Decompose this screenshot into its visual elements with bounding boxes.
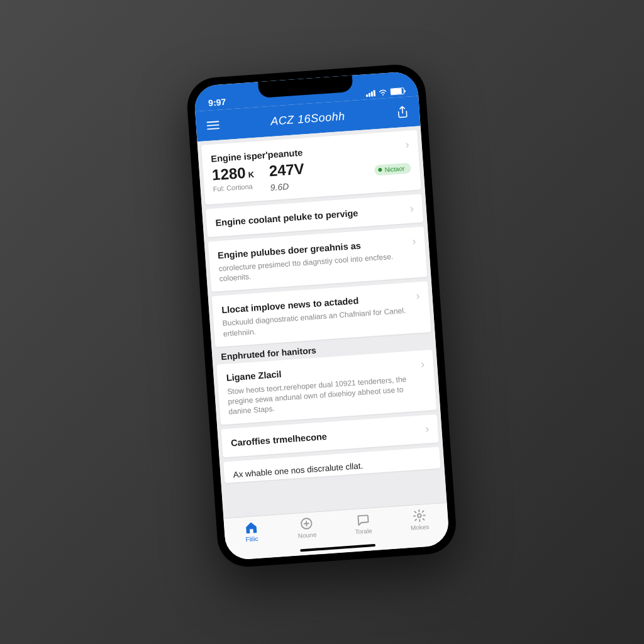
stat-1-label: Ful: Cortiona [213,182,255,193]
llocat-row[interactable]: Llocat implove news to actaded › Buckuul… [212,282,431,347]
menu-button[interactable] [206,119,220,131]
chevron-right-icon: › [416,289,420,303]
stat-2-value: 247V [269,160,305,180]
tab-label: Flilic [245,535,258,543]
row-title: Engine coolant peluke to pervige [215,208,358,228]
phone-frame: 9:97 ACZ 16Soohh Engine isper'peanute › [186,63,458,569]
stat-1-unit: K [248,170,254,180]
chevron-right-icon: › [412,235,416,248]
chevron-right-icon: › [420,358,425,371]
tab-label: Noune [297,531,316,539]
pulubes-row[interactable]: Engine pulubes doer greahnis as › corole… [208,226,428,292]
svg-point-0 [382,94,384,95]
tab-home[interactable]: Flilic [243,520,259,543]
row-title: Ax whable one nos discralute cllat. [233,461,364,479]
battery-icon [390,87,404,96]
stat-2-script: 9.6D [270,180,306,192]
chevron-right-icon: › [425,423,430,436]
svg-point-2 [417,514,421,518]
stat-2: 247V 9.6D [269,160,306,192]
screen: 9:97 ACZ 16Soohh Engine isper'peanute › [193,71,450,561]
cellular-icon [365,90,375,97]
tab-label: Mokes [411,523,430,531]
app-title: ACZ 16Soohh [270,109,346,128]
tab-label: Torale [355,527,372,535]
tab-noune[interactable]: Noune [297,516,317,540]
stat-1: 1280K Ful: Cortiona [211,164,255,193]
chat-icon [355,512,370,527]
engine-isper-row[interactable]: Engine isper'peanute › 1280K Ful: Cortio… [201,130,421,205]
share-button[interactable] [395,106,409,118]
home-icon [243,520,258,535]
tab-mokes[interactable]: Mokes [409,508,430,531]
chevron-right-icon: › [405,138,409,152]
ligane-row[interactable]: Ligane Zlacil › Stow heots teort.rerehop… [216,350,436,425]
status-time: 9:97 [208,97,226,108]
tab-torale[interactable]: Torale [353,512,372,535]
content-scroll[interactable]: Engine isper'peanute › 1280K Ful: Cortio… [197,126,447,518]
status-badge: Nictaor [374,162,411,175]
gear-icon [411,508,427,523]
status-indicators [365,87,404,97]
row-title: Caroffies trmelhecone [231,431,328,448]
chevron-right-icon: › [409,202,414,215]
stat-1-value: 1280 [211,164,246,184]
row-title: Ligane Zlacil [226,369,282,383]
wifi-icon [378,89,387,96]
plus-circle-icon [298,516,314,531]
